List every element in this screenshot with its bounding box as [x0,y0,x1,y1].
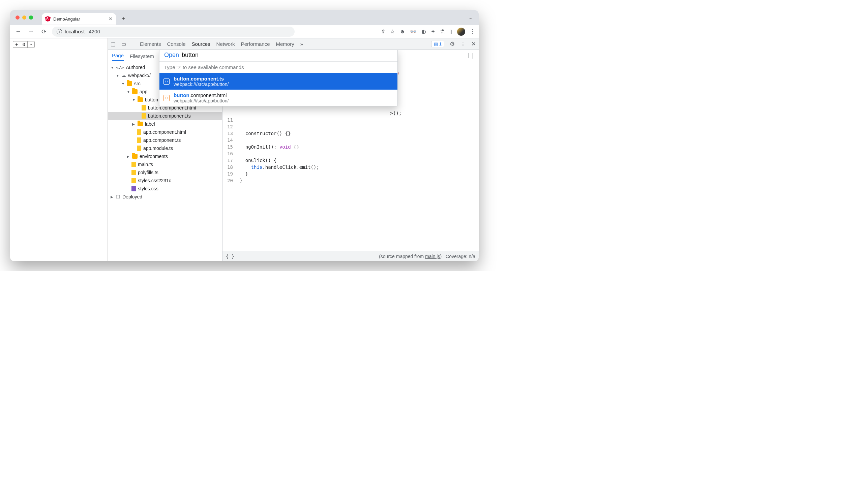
close-window-button[interactable] [15,15,20,20]
devtools-panel: ⬚ ▭ Elements Console Sources Network Per… [108,39,479,261]
issue-icon: ▤ [434,42,438,46]
toolbar-right: ⇪ ☆ ☻ 👓 ◐ ✦ ⚗ ▯ ⋮ [381,28,475,36]
extension-icon-3[interactable]: ◐ [421,28,426,35]
browser-window: DemoAngular ✕ ＋ ⌄ ← → ⟳ i localhost:4200… [10,10,479,261]
inspect-icon[interactable]: ⬚ [110,41,115,47]
tree-deployed[interactable]: ▶❒Deployed [108,193,222,201]
open-file-popup: Open Type '?' to see available commands … [159,50,398,107]
cloud-icon: ☁ [121,73,126,78]
issues-count: 1 [439,42,442,46]
tree-file[interactable]: app.module.ts [108,144,222,152]
tab-strip: DemoAngular ✕ ＋ ⌄ [10,10,479,25]
separator [133,41,133,47]
counter-value: 0 [20,42,27,47]
tab-sources[interactable]: Sources [192,41,210,47]
browser-tab[interactable]: DemoAngular ✕ [42,13,116,25]
tree-file[interactable]: styles.css [108,185,222,193]
source-map-link[interactable]: main.js [425,254,440,259]
result-path: webpack:///src/app/button/ [174,98,228,103]
file-icon [131,186,136,191]
new-tab-button[interactable]: ＋ [119,13,128,23]
window-controls [15,15,33,20]
cube-icon: ❒ [116,194,120,199]
editor-footer: { } (source mapped from main.js) Coverag… [223,251,479,261]
tab-network[interactable]: Network [216,41,235,47]
share-icon[interactable]: ⇪ [381,28,385,35]
tab-list-button[interactable]: ⌄ [469,15,473,20]
minus-button[interactable]: - [28,42,34,47]
result-name: button.component.ts [174,76,228,81]
devtools-menu-icon[interactable]: ⋮ [460,41,466,47]
tree-file[interactable]: styles.css?231c [108,176,222,185]
tab-performance[interactable]: Performance [241,41,270,47]
open-search-input[interactable] [182,52,393,59]
sources-pane: Page Filesystem ⋮ ▼</>Authored ▼☁webpack… [108,50,479,261]
folder-icon [138,122,143,126]
sidebar-tab-filesystem[interactable]: Filesystem [130,53,154,61]
tab-elements[interactable]: Elements [140,41,161,47]
extension-icon-2[interactable]: 👓 [410,28,417,35]
labs-icon[interactable]: ⚗ [440,28,445,35]
folder-icon [127,81,132,86]
sidepanel-icon[interactable]: ▯ [449,28,452,35]
extensions-menu-icon[interactable]: ✦ [431,28,435,35]
open-label: Open [164,52,179,59]
file-icon: ⟨⟩ [163,78,170,85]
back-button[interactable]: ← [13,27,23,36]
file-icon [142,113,146,119]
chrome-menu-icon[interactable]: ⋮ [470,28,475,35]
tab-memory[interactable]: Memory [276,41,294,47]
issues-badge[interactable]: ▤ 1 [431,41,444,47]
file-icon [137,138,141,143]
tab-console[interactable]: Console [167,41,186,47]
open-result-selected[interactable]: ⟨⟩ button.component.ts webpack:///src/ap… [159,73,397,90]
minimize-window-button[interactable] [22,15,26,20]
open-hint: Type '?' to see available commands [159,62,397,73]
profile-avatar[interactable] [457,28,465,36]
open-header: Open [159,50,397,62]
tree-file-selected[interactable]: button.component.ts [108,112,222,120]
open-result[interactable]: ⟨⟩ button.component.html webpack:///src/… [159,90,397,106]
forward-button[interactable]: → [26,27,36,36]
tree-file[interactable]: main.ts [108,160,222,168]
result-name: button.component.html [174,92,228,98]
file-icon: ⟨⟩ [163,95,170,101]
settings-icon[interactable]: ⚙ [450,41,455,47]
more-tabs-button[interactable]: » [300,41,303,47]
file-icon [137,145,141,151]
device-mode-icon[interactable]: ▭ [121,41,126,47]
sidebar-tab-page[interactable]: Page [112,53,124,61]
folder-icon [132,89,138,94]
tree-file[interactable]: app.component.html [108,128,222,136]
content-area: + 0 - ⬚ ▭ Elements Console Sources Netwo… [10,39,479,261]
file-icon [142,105,146,110]
tree-file[interactable]: polyfills.ts [108,168,222,176]
maximize-window-button[interactable] [29,15,33,20]
file-icon [131,170,136,175]
close-tab-button[interactable]: ✕ [108,16,113,22]
result-path: webpack:///src/app/button/ [174,81,228,87]
rendered-page: + 0 - [10,39,108,261]
file-icon [131,162,136,167]
tree-label-folder[interactable]: ▶label [108,120,222,128]
folder-icon [132,154,138,159]
code-icon: </> [116,65,124,70]
tree-file[interactable]: app.component.ts [108,136,222,144]
tree-env-folder[interactable]: ▶environments [108,152,222,160]
pretty-print-button[interactable]: { } [226,254,234,259]
toggle-debugger-pane-icon[interactable] [469,53,475,58]
plus-button[interactable]: + [13,42,20,47]
devtools-tab-bar: ⬚ ▭ Elements Console Sources Network Per… [108,39,479,50]
address-bar[interactable]: i localhost:4200 [52,26,295,37]
url-port: :4200 [87,29,100,34]
extension-icon[interactable]: ☻ [399,29,405,35]
counter-widget: + 0 - [13,41,35,48]
bookmark-icon[interactable]: ☆ [390,28,395,35]
site-info-icon[interactable]: i [57,29,62,34]
tab-title: DemoAngular [53,17,80,22]
close-devtools-button[interactable]: ✕ [471,41,476,47]
folder-icon [138,97,143,102]
angular-icon [45,16,51,22]
url-host: localhost [65,29,85,34]
reload-button[interactable]: ⟳ [39,27,49,36]
